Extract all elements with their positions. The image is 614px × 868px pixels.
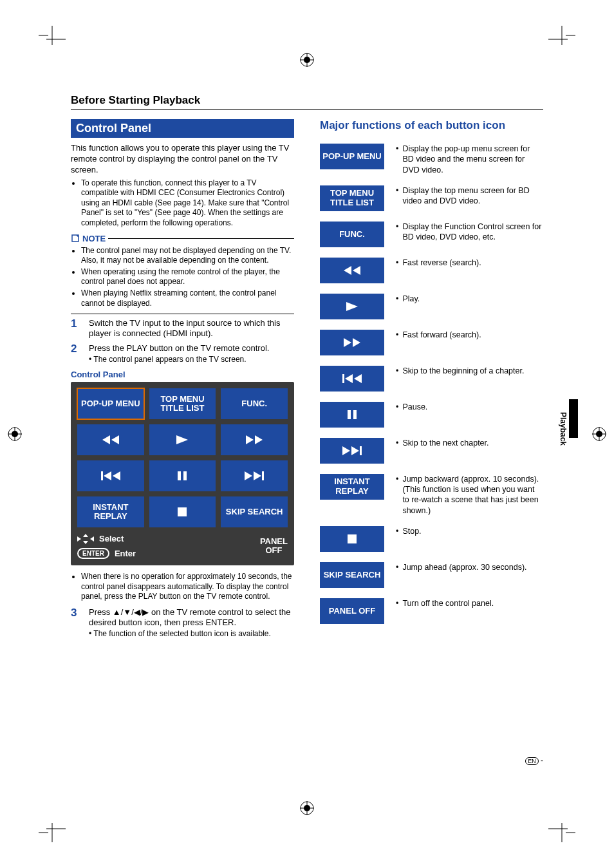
desc-func: Display the Function Control screen for …: [402, 222, 543, 243]
panel-foot-select: Select: [99, 534, 124, 543]
panel-btn-skip-search[interactable]: SKIP SEARCH: [221, 496, 288, 527]
play-icon: [345, 301, 359, 312]
panel-btn-popup-menu[interactable]: POP-UP MENU: [77, 388, 144, 419]
step-number-2: 2: [71, 343, 82, 364]
icon-func: FUNC.: [320, 222, 384, 247]
crop-mark-tr: [548, 26, 575, 53]
desc-instant-replay: Jump backward (approx. 10 seconds). (Thi…: [402, 474, 543, 516]
icon-skip-fwd: [320, 438, 384, 464]
panel-off-label-2: OFF: [265, 545, 282, 555]
registration-mark-bottom: [300, 801, 314, 815]
icon-skip-back: [320, 366, 384, 392]
step-number-1: 1: [71, 318, 82, 339]
panel-note: When there is no operation for approxima…: [81, 572, 294, 602]
footer-dash: -: [541, 756, 543, 765]
rewind-icon: [101, 434, 120, 446]
panel-off-label-1: PANEL: [260, 536, 288, 546]
panel-foot-enter: Enter: [115, 549, 136, 558]
svg-rect-31: [262, 471, 264, 480]
note-bullet-1: The control panel may not be displayed d…: [81, 246, 294, 266]
panel-btn-instant-replay[interactable]: INSTANT REPLAY: [77, 496, 144, 527]
icon-top-menu: TOP MENU TITLE LIST: [320, 185, 384, 211]
crop-mark-bl: [39, 815, 66, 842]
forward-icon: [342, 337, 362, 348]
pause-icon: [346, 409, 358, 420]
enter-pill: ENTER: [77, 548, 109, 559]
icon-instant-replay: INSTANT REPLAY: [320, 474, 384, 500]
note-bullet-3: When playing Netflix streaming content, …: [81, 288, 294, 308]
svg-rect-32: [178, 507, 187, 516]
section-header-control-panel: Control Panel: [71, 119, 294, 138]
svg-rect-36: [360, 446, 362, 455]
stop-icon: [176, 506, 188, 518]
svg-rect-29: [178, 471, 181, 480]
step-text-2: Press the PLAY button on the TV remote c…: [89, 343, 269, 353]
icon-stop: [320, 526, 384, 552]
icon-skip-search: SKIP SEARCH: [320, 562, 384, 588]
desc-play: Play.: [402, 294, 420, 304]
intro-text: This function allows you to operate this…: [71, 143, 294, 176]
major-functions-heading: Major functions of each button icon: [320, 119, 543, 132]
svg-rect-30: [183, 471, 187, 480]
svg-rect-34: [348, 410, 351, 419]
panel-btn-stop[interactable]: [149, 496, 216, 527]
icon-pause: [320, 402, 384, 428]
skip-fwd-icon: [243, 470, 265, 482]
play-icon: [175, 434, 189, 446]
desc-forward: Fast forward (search).: [402, 330, 481, 340]
desc-top-menu: Display the top menu screen for BD video…: [402, 185, 543, 207]
svg-rect-35: [353, 410, 357, 419]
svg-rect-37: [348, 534, 357, 543]
dpad-icon: [77, 534, 94, 544]
heading-rule: [71, 109, 543, 110]
desc-skip-search: Jump ahead (approx. 30 seconds).: [402, 562, 526, 572]
crop-mark-br: [548, 815, 575, 842]
rule: [71, 314, 294, 314]
registration-mark-top: [300, 53, 314, 67]
icon-rewind: [320, 258, 384, 283]
registration-mark-left: [8, 427, 22, 441]
desc-rewind: Fast reverse (search).: [402, 258, 481, 268]
step-text-1: Switch the TV input to the input source …: [89, 318, 294, 339]
panel-btn-skip-back[interactable]: [77, 460, 144, 491]
desc-skip-fwd: Skip to the next chapter.: [402, 438, 488, 448]
step-3-sub: The function of the selected button icon…: [93, 629, 271, 638]
panel-btn-pause[interactable]: [149, 460, 216, 491]
panel-btn-play[interactable]: [149, 424, 216, 455]
desc-stop: Stop.: [402, 526, 421, 536]
desc-panel-off: Turn off the control panel.: [402, 598, 494, 609]
icon-popup-menu: POP-UP MENU: [320, 144, 384, 169]
skip-back-icon: [341, 373, 363, 384]
step-text-3: Press ▲/▼/◀/▶ on the TV remote control t…: [89, 607, 291, 627]
note-bullet-2: When operating using the remote control …: [81, 267, 294, 287]
intro-bullet: To operate this function, connect this p…: [81, 178, 294, 229]
svg-rect-28: [101, 471, 103, 480]
forward-icon: [245, 434, 264, 446]
control-panel-label: Control Panel: [71, 370, 294, 379]
icon-play: [320, 294, 384, 319]
section-tab-label: Playback: [559, 412, 568, 446]
panel-btn-rewind[interactable]: [77, 424, 144, 455]
panel-btn-top-menu[interactable]: TOP MENU TITLE LIST: [149, 388, 216, 419]
note-icon: [71, 234, 80, 243]
desc-pause: Pause.: [402, 402, 427, 412]
lang-badge: EN: [525, 757, 539, 765]
panel-btn-func[interactable]: FUNC.: [221, 388, 288, 419]
icon-panel-off: PANEL OFF: [320, 598, 384, 624]
crop-mark-tl: [39, 26, 66, 53]
skip-back-icon: [100, 470, 122, 482]
icon-forward: [320, 330, 384, 355]
pause-icon: [176, 470, 188, 482]
section-tab: [569, 399, 578, 438]
panel-btn-skip-fwd[interactable]: [221, 460, 288, 491]
note-label: NOTE: [82, 234, 106, 243]
registration-mark-right: [592, 427, 606, 441]
stop-icon: [346, 533, 358, 545]
skip-fwd-icon: [341, 445, 363, 457]
desc-skip-back: Skip to the beginning of a chapter.: [402, 366, 524, 376]
page-footer: EN -: [525, 756, 543, 765]
step-2-sub: The control panel appears on the TV scre…: [93, 355, 246, 364]
step-number-3: 3: [71, 607, 82, 639]
panel-btn-forward[interactable]: [221, 424, 288, 455]
control-panel-figure: POP-UP MENU TOP MENU TITLE LIST FUNC. IN…: [71, 382, 294, 565]
